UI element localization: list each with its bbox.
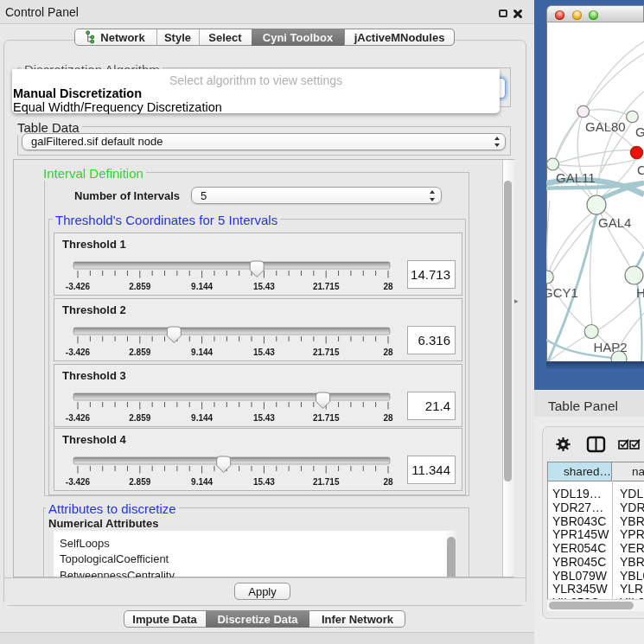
svg-text:-3.426: -3.426 bbox=[66, 413, 91, 423]
svg-text:2.859: 2.859 bbox=[129, 282, 150, 291]
svg-text:-3.426: -3.426 bbox=[66, 477, 91, 487]
svg-text:28: 28 bbox=[383, 413, 393, 423]
svg-text:2.859: 2.859 bbox=[129, 477, 150, 487]
svg-text:15.43: 15.43 bbox=[253, 282, 275, 291]
svg-text:C: C bbox=[637, 163, 644, 177]
svg-text:GAL4: GAL4 bbox=[598, 215, 631, 230]
svg-text:H: H bbox=[636, 285, 644, 300]
svg-text:GAL11: GAL11 bbox=[556, 170, 596, 185]
svg-text:28: 28 bbox=[383, 282, 393, 291]
svg-text:9.144: 9.144 bbox=[191, 413, 213, 423]
svg-text:15.43: 15.43 bbox=[253, 477, 275, 487]
svg-text:15.43: 15.43 bbox=[253, 348, 275, 357]
svg-text:HAP2: HAP2 bbox=[594, 340, 628, 354]
svg-text:9.144: 9.144 bbox=[191, 477, 213, 487]
svg-text:GCY1: GCY1 bbox=[546, 285, 578, 300]
svg-text:-3.426: -3.426 bbox=[66, 282, 91, 291]
svg-text:9.144: 9.144 bbox=[191, 348, 213, 357]
svg-text:9.144: 9.144 bbox=[191, 282, 213, 291]
svg-text:GA: GA bbox=[635, 124, 644, 139]
svg-text:2.859: 2.859 bbox=[129, 413, 150, 423]
svg-text:21.715: 21.715 bbox=[313, 282, 340, 291]
svg-text:GAL80: GAL80 bbox=[585, 119, 626, 134]
svg-text:2.859: 2.859 bbox=[129, 348, 150, 357]
svg-text:-3.426: -3.426 bbox=[66, 348, 91, 357]
svg-text:21.715: 21.715 bbox=[313, 348, 340, 357]
svg-text:21.715: 21.715 bbox=[313, 413, 340, 423]
svg-text:28: 28 bbox=[383, 477, 393, 487]
svg-text:28: 28 bbox=[383, 348, 393, 357]
svg-text:21.715: 21.715 bbox=[313, 477, 340, 487]
svg-text:15.43: 15.43 bbox=[253, 413, 275, 423]
